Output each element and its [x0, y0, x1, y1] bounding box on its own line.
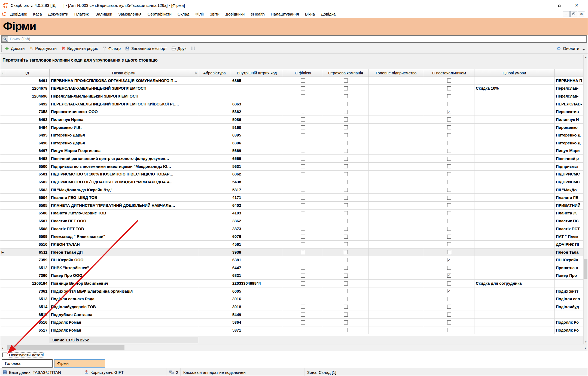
menu-item-4[interactable]: Платежі	[71, 11, 93, 17]
branch-checkbox[interactable]	[301, 250, 305, 254]
supplier-checkbox[interactable]	[447, 164, 451, 168]
horizontal-scroll-thumb[interactable]	[7, 345, 124, 350]
supplier-checkbox[interactable]	[447, 196, 451, 200]
insurance-checkbox[interactable]	[344, 141, 348, 145]
columns-button[interactable]	[191, 47, 195, 50]
delete-row-button[interactable]: ✖Видалити рядок	[61, 46, 98, 51]
branch-checkbox[interactable]	[301, 320, 305, 325]
filter-button[interactable]: Фільтр	[102, 46, 121, 51]
insurance-checkbox[interactable]	[344, 86, 348, 90]
column-header-supplier[interactable]: Є постачальником	[424, 69, 474, 77]
insurance-checkbox[interactable]	[344, 157, 348, 161]
supplier-checkbox[interactable]	[447, 125, 451, 129]
table-row[interactable]: 6510ПЛЕОН ТАЛАН4561ДОЧІРНЄ ПІ	[0, 241, 584, 248]
insurance-checkbox[interactable]	[344, 125, 348, 129]
branch-checkbox[interactable]	[301, 328, 305, 332]
table-row[interactable]: 6516Подоляк Роман5364Подоляк Ро	[0, 319, 584, 326]
add-button[interactable]: Додати	[5, 46, 25, 51]
menu-item-8[interactable]: Склад	[175, 11, 192, 17]
insurance-checkbox[interactable]	[344, 313, 348, 317]
branch-checkbox[interactable]	[301, 141, 305, 145]
table-row[interactable]: 6513Поділля сельска Рада3016Поділля сел	[0, 295, 584, 303]
scroll-right-icon[interactable]: ›	[583, 344, 588, 351]
child-minimize-button[interactable]: –	[563, 11, 570, 17]
supplier-checkbox[interactable]	[447, 219, 451, 223]
insurance-checkbox[interactable]	[344, 320, 348, 325]
insurance-checkbox[interactable]	[344, 172, 348, 176]
branch-checkbox[interactable]	[301, 78, 305, 83]
table-row[interactable]: 7358Перспективинвест ООО5362✓Перспектив	[0, 108, 584, 116]
supplier-checkbox[interactable]	[447, 149, 451, 153]
supplier-checkbox[interactable]	[447, 141, 451, 145]
menu-item-3[interactable]: Документи	[45, 11, 71, 17]
supplier-checkbox[interactable]	[447, 242, 451, 246]
column-header-insurance[interactable]: Страхова компанія	[323, 69, 368, 77]
branch-checkbox[interactable]	[301, 86, 305, 90]
supplier-checkbox[interactable]	[447, 133, 451, 137]
table-row[interactable]: 7361Подих життя МБФ Благодійна організац…	[0, 287, 584, 295]
insurance-checkbox[interactable]	[344, 258, 348, 262]
table-row[interactable]: 6512ПНВК "Інтербізнес"6447Приватна н	[0, 264, 584, 272]
menu-item-14[interactable]: Вікна	[302, 11, 318, 17]
supplier-checkbox[interactable]	[447, 305, 451, 309]
column-header-abbr[interactable]: Абревіатура	[198, 69, 231, 77]
table-row[interactable]: 6494Пироженко И.В.5160Пироженко	[0, 124, 584, 132]
insurance-checkbox[interactable]	[344, 227, 348, 231]
column-header-name[interactable]: Назва фірми△	[50, 69, 198, 77]
table-row[interactable]: 6500Підприємство з іноземними інвестиція…	[0, 163, 584, 171]
table-row[interactable]: 6497Пицул Мария Георгиевна5669Пицул Мари	[0, 147, 584, 155]
insurance-checkbox[interactable]	[344, 180, 348, 184]
supplier-checkbox[interactable]	[447, 250, 451, 254]
column-header-id[interactable]: ІД	[5, 69, 50, 77]
branch-checkbox[interactable]	[301, 313, 305, 317]
insurance-checkbox[interactable]	[344, 110, 348, 114]
table-row[interactable]: 6515Подлубная Светлана5449	[0, 311, 584, 319]
insurance-checkbox[interactable]	[344, 102, 348, 106]
supplier-checkbox[interactable]	[447, 86, 451, 90]
table-row[interactable]: 6493Пилипчук Ирина5086Пилипчук И	[0, 116, 584, 124]
insurance-checkbox[interactable]	[344, 328, 348, 332]
vertical-scrollbar[interactable]: ▲ ▼	[583, 55, 588, 344]
insurance-checkbox[interactable]	[344, 250, 348, 254]
branch-checkbox[interactable]	[301, 125, 305, 129]
table-row[interactable]: 1204679ПЕРЕЯСЛАВ-ХМЕЛЬНИЦЬКИЙ ЗВІРОПЛЕМГ…	[0, 85, 584, 93]
branch-checkbox[interactable]	[301, 172, 305, 176]
insurance-checkbox[interactable]	[344, 242, 348, 246]
supplier-checkbox[interactable]	[447, 227, 451, 231]
supplier-checkbox[interactable]	[447, 281, 451, 286]
branch-checkbox[interactable]	[301, 117, 305, 122]
insurance-checkbox[interactable]	[344, 164, 348, 168]
table-row[interactable]: 6514Поділлябудсервіс ТОВ3018Поділлябуд	[0, 303, 584, 311]
supplier-checkbox[interactable]	[447, 172, 451, 176]
refresh-button[interactable]: Оновити	[556, 46, 586, 51]
restore-button[interactable]	[551, 1, 568, 9]
column-header-barcode[interactable]: Внутрішній штрих-код	[231, 69, 283, 77]
horizontal-scrollbar[interactable]: ‹ ›	[0, 344, 588, 351]
branch-checkbox[interactable]	[301, 102, 305, 106]
branch-checkbox[interactable]	[301, 227, 305, 231]
tab-firms[interactable]: Фірми	[54, 359, 105, 368]
supplier-checkbox[interactable]	[447, 266, 451, 270]
print-button[interactable]: Друк	[171, 46, 186, 51]
table-row[interactable]: 6505ПЛАНЕТА ДИТИНСТВА"ПРИВАТНИЙ ДОШКІЛЬН…	[0, 202, 584, 210]
supplier-checkbox[interactable]	[447, 313, 451, 317]
table-row[interactable]: 6498Північний регіональний центр страхов…	[0, 155, 584, 163]
supplier-checkbox[interactable]	[447, 78, 451, 83]
scroll-down-icon[interactable]: ▼	[584, 340, 588, 344]
insurance-checkbox[interactable]	[344, 305, 348, 309]
branch-checkbox[interactable]	[301, 289, 305, 293]
supplier-checkbox[interactable]	[447, 211, 451, 215]
table-row[interactable]: 6504Планета ГЕО ЦІВД ТОВ4171Планета ГЕ	[0, 194, 584, 202]
supplier-checkbox[interactable]	[447, 188, 451, 192]
table-row[interactable]: ▶6511Плеон Талан ДП3938Плеон Тала	[0, 248, 584, 256]
close-button[interactable]: ✕	[568, 1, 585, 9]
table-row[interactable]: 6503ПІІ "МакДональдз Юкрейн Лтд"5817ПІІ …	[0, 186, 584, 194]
menu-item-7[interactable]: Сертифікати	[145, 11, 175, 17]
column-header-price[interactable]: Цінові умови	[474, 69, 555, 77]
insurance-checkbox[interactable]	[344, 211, 348, 215]
menu-item-1[interactable]: Довідник	[7, 11, 30, 17]
branch-checkbox[interactable]	[301, 235, 305, 239]
table-row[interactable]: 6506Планета Житло-Сервис ТОВ4103Планета …	[0, 210, 584, 217]
branch-checkbox[interactable]	[301, 149, 305, 153]
insurance-checkbox[interactable]	[344, 266, 348, 270]
